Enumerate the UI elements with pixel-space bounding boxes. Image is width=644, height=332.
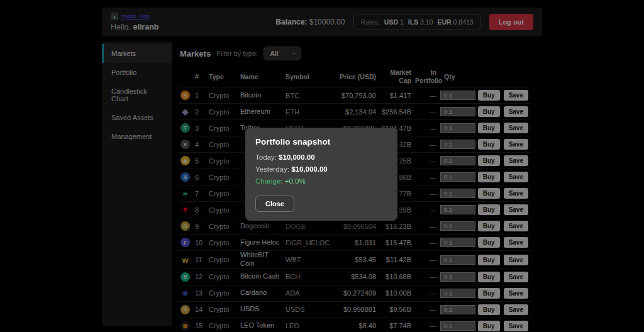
today-value: $10,000.00 xyxy=(279,153,315,161)
yesterday-value: $10,000.00 xyxy=(291,165,328,173)
change-line: Change: +0.0% xyxy=(255,177,387,185)
modal-title: Portfolio snapshot xyxy=(255,137,387,147)
modal-close-button[interactable]: Close xyxy=(255,196,294,212)
portfolio-snapshot-modal: Portfolio snapshot Today: $10,000.00 Yes… xyxy=(245,128,397,221)
change-value: +0.0% xyxy=(285,177,306,185)
yesterday-line: Yesterday: $10,000.00 xyxy=(255,165,387,173)
today-line: Today: $10,000.00 xyxy=(255,153,387,161)
